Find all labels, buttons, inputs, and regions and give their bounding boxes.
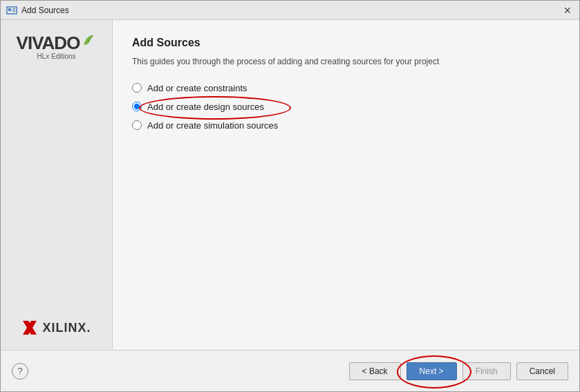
finish-button[interactable]: Finish [462,362,511,380]
radio-constraints-label: Add or create constraints [147,83,247,93]
sidebar-bottom: XILINX. [21,319,91,336]
main-title: Add Sources [132,37,560,49]
vivado-leaf-icon [81,32,96,48]
title-bar-text: Add Sources [21,6,69,15]
next-button-container: Next > [406,362,457,380]
title-bar: Add Sources ✕ [1,1,579,20]
radio-simulation-label: Add or create simulation sources [147,120,278,131]
footer-buttons: < Back Next > Finish Cancel [349,362,568,380]
window-icon [6,5,17,16]
radio-item-constraints[interactable]: Add or create constraints [132,83,560,93]
radio-item-design[interactable]: Add or create design sources [132,102,560,112]
close-button[interactable]: ✕ [561,4,574,17]
title-bar-left: Add Sources [6,5,69,16]
sidebar: VIVADO HLx Editions XILINX. [1,20,113,350]
svg-rect-1 [8,8,11,11]
xilinx-x-icon [21,319,38,336]
next-button[interactable]: Next > [406,362,457,380]
help-button[interactable]: ? [12,363,28,380]
main-description: This guides you through the process of a… [132,56,560,68]
vivado-sub-text: HLx Editions [37,52,75,61]
xilinx-text: XILINX. [42,321,91,335]
radio-design[interactable] [132,102,142,111]
radio-group: Add or create constraints Add or create … [132,83,560,131]
vivado-logo-text: VIVADO [17,34,80,52]
radio-constraints[interactable] [132,83,142,93]
radio-design-highlight-container: Add or create design sources [147,102,264,112]
main-content: Add Sources This guides you through the … [113,20,579,350]
back-button[interactable]: < Back [349,362,401,380]
cancel-button[interactable]: Cancel [516,362,568,380]
radio-simulation[interactable] [132,120,142,130]
content-area: VIVADO HLx Editions XILINX. [1,20,579,350]
radio-design-label: Add or create design sources [147,102,264,112]
radio-item-simulation[interactable]: Add or create simulation sources [132,120,560,131]
footer: ? < Back Next > Finish Cancel [1,350,579,391]
window: Add Sources ✕ VIVADO HLx Editions [0,0,580,392]
xilinx-logo: XILINX. [21,319,91,336]
vivado-logo: VIVADO HLx Editions [17,34,97,61]
